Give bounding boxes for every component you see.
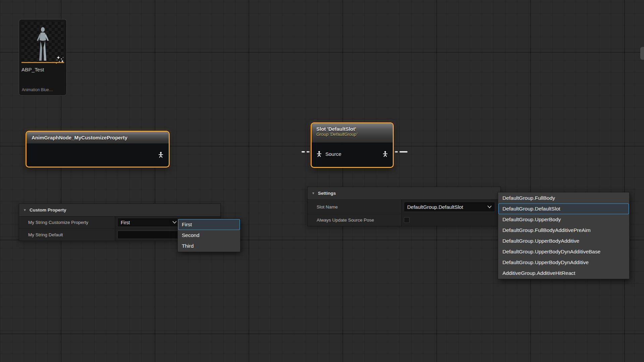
property-row: Always Update Source Pose	[308, 214, 500, 226]
dropdown-option[interactable]: First	[178, 219, 240, 230]
asset-thumbnail	[21, 22, 64, 62]
pose-wire-segment	[307, 151, 310, 153]
my-string-default-input[interactable]	[117, 231, 180, 239]
node-subtitle: Group 'DefaultGroup'	[316, 132, 393, 137]
property-label: Slot Name	[308, 200, 402, 214]
pose-wire-segment	[395, 151, 398, 153]
pose-wire-segment	[302, 151, 305, 153]
category-header-settings[interactable]: ▼ Settings	[307, 187, 501, 200]
dropdown-option[interactable]: Second	[178, 230, 240, 241]
dropdown-option[interactable]: DefaultGroup.UpperBodyDynAdditive	[498, 257, 629, 268]
chevron-down-icon	[172, 221, 177, 224]
settings-panel: ▼ Settings Slot Name DefaultGroup.Defaul…	[307, 187, 501, 226]
category-label: Custom Property	[30, 207, 66, 213]
expander-icon[interactable]: ▼	[312, 192, 315, 195]
property-row: Slot Name DefaultGroup.DefaultSlot	[308, 200, 500, 214]
dropdown-option[interactable]: Third	[178, 241, 240, 251]
dropdown-option[interactable]: DefaultGroup.UpperBodyDynAdditiveBase	[498, 246, 629, 257]
asset-title: ABP_Test	[21, 67, 64, 72]
rows: Slot Name DefaultGroup.DefaultSlot Alway…	[307, 200, 501, 226]
property-label: My String Customize Property	[19, 217, 115, 228]
person-icon	[316, 151, 322, 157]
asset-card[interactable]: ABP_Test Animation Blue…	[19, 19, 67, 96]
node-body: Source	[312, 143, 393, 165]
pose-output-pin[interactable]	[382, 151, 388, 157]
expander-icon[interactable]: ▼	[23, 208, 26, 212]
slot-name-dropdown-menu: DefaultGroup.FullBody DefaultGroup.Defau…	[498, 192, 630, 279]
custom-property-node[interactable]: AnimGraphNode_MyCustomizeProperty	[25, 131, 170, 168]
person-icon	[158, 152, 164, 158]
property-label: My String Default	[19, 229, 115, 241]
pose-output-pin[interactable]	[158, 152, 164, 158]
mannequin-figure	[33, 26, 53, 62]
property-label: Always Update Source Pose	[308, 214, 402, 226]
string-dropdown-menu: First Second Third	[177, 219, 240, 252]
dropdown-option[interactable]: DefaultGroup.UpperBody	[498, 214, 629, 225]
slot-node[interactable]: Slot 'DefaultSlot' Group 'DefaultGroup' …	[311, 122, 394, 168]
graph-scrollbar-thumb[interactable]	[640, 47, 644, 60]
pin-label: Source	[325, 151, 341, 157]
dropdown-option[interactable]: DefaultGroup.DefaultSlot	[498, 203, 629, 214]
pose-wire-segment	[399, 151, 408, 153]
node-body	[26, 144, 169, 166]
string-property-dropdown[interactable]: First	[117, 218, 180, 227]
dropdown-option[interactable]: DefaultGroup.UpperBodyAdditive	[498, 236, 629, 246]
particles-icon	[55, 56, 65, 65]
category-header-custom-property[interactable]: ▼ Custom Property	[19, 203, 221, 217]
slot-name-dropdown[interactable]: DefaultGroup.DefaultSlot	[404, 202, 495, 212]
node-header[interactable]: AnimGraphNode_MyCustomizeProperty	[26, 132, 169, 144]
node-header[interactable]: Slot 'DefaultSlot' Group 'DefaultGroup'	[312, 123, 393, 143]
dropdown-option[interactable]: DefaultGroup.FullBody	[498, 193, 629, 203]
node-title: AnimGraphNode_MyCustomizeProperty	[32, 135, 127, 140]
blueprint-graph-canvas[interactable]	[0, 0, 644, 362]
asset-type-label: Animation Blue…	[22, 87, 53, 92]
category-label: Settings	[318, 191, 336, 196]
property-value: DefaultGroup.DefaultSlot	[402, 200, 500, 214]
source-input-pin[interactable]	[316, 151, 322, 157]
dropdown-option[interactable]: DefaultGroup.FullBodyAdditivePreAim	[498, 225, 629, 236]
property-value	[402, 214, 500, 226]
dropdown-value: DefaultGroup.DefaultSlot	[407, 204, 463, 210]
chevron-down-icon	[487, 205, 492, 208]
dropdown-value: First	[121, 220, 130, 225]
dropdown-option[interactable]: AdditiveGroup.AdditiveHitReact	[498, 268, 629, 279]
node-title: Slot 'DefaultSlot'	[316, 126, 393, 132]
always-update-source-pose-checkbox[interactable]	[404, 217, 410, 223]
person-icon	[382, 151, 388, 157]
